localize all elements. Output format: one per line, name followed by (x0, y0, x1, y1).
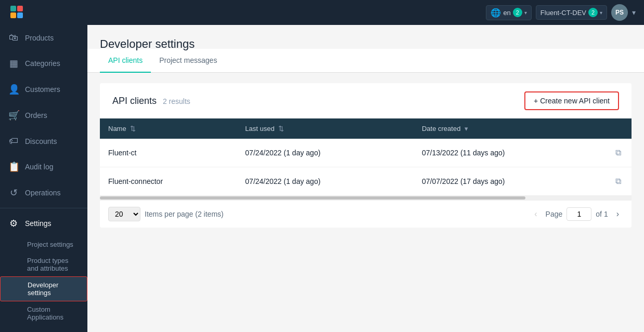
sidebar-item-operations[interactable]: ↺ Operations (0, 180, 87, 206)
sort-icon: ▾ (465, 125, 468, 132)
submenu-custom-applications[interactable]: Custom Applications (0, 301, 87, 325)
cell-name: Fluent-connector (100, 167, 237, 196)
user-avatar[interactable]: PS (611, 4, 628, 21)
api-clients-card: API clients 2 results + Create new API c… (100, 83, 632, 228)
col-date-created: Date created ▾ (414, 118, 605, 139)
col-name: Name ⇅ (100, 118, 237, 139)
col-last-used: Last used ⇅ (237, 118, 414, 139)
products-icon: 🛍 (8, 32, 19, 43)
sort-icon: ⇅ (278, 125, 284, 132)
sidebar: 🛍 Products ▦ Categories 👤 Customers 🛒 Or… (0, 25, 87, 332)
svg-rect-0 (10, 6, 16, 11)
cell-last-used: 07/24/2022 (1 day ago) (237, 139, 414, 167)
create-api-client-button[interactable]: + Create new API client (524, 91, 619, 110)
sidebar-item-audit-log[interactable]: 📋 Audit log (0, 154, 87, 180)
page-label: Page (546, 210, 563, 218)
api-clients-table: Name ⇅ Last used ⇅ Date created ▾ (100, 118, 632, 196)
chevron-down-icon: ▾ (524, 10, 527, 16)
card-header: API clients 2 results + Create new API c… (100, 83, 632, 118)
cell-date-created: 07/07/2022 (17 days ago) (414, 167, 605, 196)
tab-project-messages[interactable]: Project messages (151, 49, 225, 73)
topbar: 🌐 en 2 ▾ Fluent-CT-DEV 2 ▾ PS ▾ (0, 0, 644, 25)
sort-icon: ⇅ (130, 125, 136, 132)
table-body: Fluent-ct 07/24/2022 (1 day ago) 07/13/2… (100, 139, 632, 196)
sidebar-label-audit-log: Audit log (25, 163, 53, 171)
cell-copy: ⧉ (605, 139, 632, 167)
customers-icon: 👤 (8, 84, 19, 95)
submenu-developer-settings[interactable]: Developer settings (0, 276, 87, 301)
table-row[interactable]: Fluent-connector 07/24/2022 (1 day ago) … (100, 167, 632, 196)
result-count: 2 results (163, 97, 190, 105)
audit-log-icon: 📋 (8, 161, 19, 172)
language-label: en (503, 9, 510, 17)
svg-rect-2 (10, 12, 16, 18)
scrollbar-thumb (100, 196, 525, 200)
page-number-input[interactable] (566, 207, 591, 221)
sidebar-item-categories[interactable]: ▦ Categories (0, 50, 87, 76)
sidebar-item-orders[interactable]: 🛒 Orders (0, 102, 87, 128)
logo[interactable] (8, 4, 25, 22)
language-selector[interactable]: 🌐 en 2 ▾ (486, 5, 531, 20)
sidebar-label-operations: Operations (25, 189, 60, 197)
submenu-project-settings[interactable]: Project settings (0, 236, 87, 253)
main-content: Developer settings API clients Project m… (87, 25, 644, 332)
copy-button[interactable]: ⧉ (613, 175, 623, 188)
svg-rect-1 (17, 6, 23, 11)
pagination: 20 50 100 Items per page (2 items) ‹ Pag… (100, 200, 632, 228)
svg-rect-3 (17, 12, 23, 18)
next-page-button[interactable]: › (612, 207, 623, 221)
language-badge: 2 (513, 8, 522, 17)
col-actions (605, 118, 632, 139)
project-selector[interactable]: Fluent-CT-DEV 2 ▾ (536, 5, 607, 20)
sidebar-label-discounts: Discounts (25, 137, 57, 145)
per-page-select[interactable]: 20 50 100 (108, 207, 140, 221)
copy-button[interactable]: ⧉ (613, 146, 623, 160)
project-badge: 2 (588, 8, 598, 17)
sidebar-item-support[interactable]: ? Support (0, 325, 87, 332)
orders-icon: 🛒 (8, 110, 19, 121)
avatar-chevron-icon: ▾ (632, 8, 636, 17)
chevron-down-icon: ▾ (600, 10, 602, 16)
card-title-area: API clients 2 results (112, 96, 190, 107)
sidebar-label-categories: Categories (25, 59, 60, 68)
cell-name: Fluent-ct (100, 139, 237, 167)
categories-icon: ▦ (8, 58, 19, 69)
globe-icon: 🌐 (491, 8, 501, 18)
table-row[interactable]: Fluent-ct 07/24/2022 (1 day ago) 07/13/2… (100, 139, 632, 167)
sidebar-label-products: Products (25, 34, 54, 42)
settings-icon: ⚙ (8, 218, 19, 229)
cell-date-created: 07/13/2022 (11 days ago) (414, 139, 605, 167)
page-of: of 1 (596, 210, 608, 218)
per-page-label: Items per page (2 items) (145, 210, 224, 218)
discounts-icon: 🏷 (8, 136, 19, 147)
sidebar-item-products[interactable]: 🛍 Products (0, 25, 87, 50)
page-controls: ‹ Page of 1 › (530, 207, 623, 221)
per-page-control: 20 50 100 Items per page (2 items) (108, 207, 224, 221)
sidebar-label-customers: Customers (25, 85, 60, 94)
settings-submenu: Project settings Product types and attri… (0, 236, 87, 325)
cell-last-used: 07/24/2022 (1 day ago) (237, 167, 414, 196)
card-title: API clients (112, 96, 157, 106)
tab-api-clients[interactable]: API clients (100, 49, 151, 73)
sidebar-item-settings[interactable]: ⚙ Settings (0, 210, 87, 236)
cell-copy: ⧉ (605, 167, 632, 196)
tabs: API clients Project messages (87, 49, 644, 73)
sidebar-item-customers[interactable]: 👤 Customers (0, 76, 87, 102)
horizontal-scrollbar[interactable] (100, 196, 632, 200)
submenu-product-types[interactable]: Product types and attributes (0, 253, 87, 276)
sidebar-label-settings: Settings (25, 219, 51, 228)
operations-icon: ↺ (8, 187, 19, 198)
table-header-row: Name ⇅ Last used ⇅ Date created ▾ (100, 118, 632, 139)
sidebar-label-orders: Orders (25, 111, 47, 119)
project-label: Fluent-CT-DEV (540, 9, 586, 17)
prev-page-button[interactable]: ‹ (530, 207, 541, 221)
sidebar-item-discounts[interactable]: 🏷 Discounts (0, 128, 87, 154)
